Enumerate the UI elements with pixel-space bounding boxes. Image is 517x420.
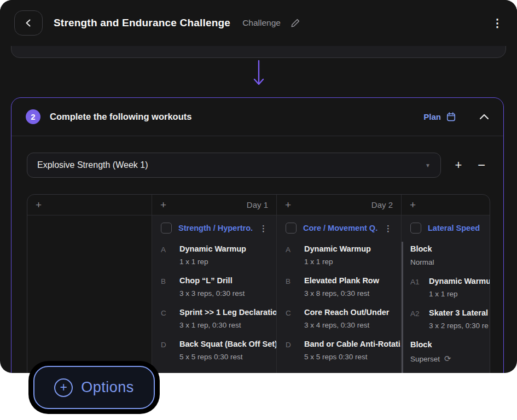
day-label: Day 2 bbox=[371, 200, 393, 209]
page-title: Strength and Endurance Challenge bbox=[54, 17, 230, 29]
step-card: 2 Complete the following workouts Plan bbox=[11, 97, 504, 373]
board-header: + + Day 1 + Day 2 + bbox=[27, 195, 490, 215]
add-workout-icon[interactable]: + bbox=[410, 200, 416, 210]
workout-title[interactable]: Core / Movement Q... bbox=[303, 224, 377, 232]
header-menu-button[interactable]: ⋮ bbox=[492, 18, 503, 28]
board-body: Strength / Hypertro... ⋮ A Dynamic Warmu… bbox=[27, 215, 490, 373]
program-select-value: Explosive Strength (Week 1) bbox=[37, 160, 148, 170]
board-column-day2: Core / Movement Q... ⋮ A Dynamic Warmup … bbox=[277, 215, 402, 373]
exercise-row[interactable]: D Band or Cable Anti-Rotati... 5 x 5 rep… bbox=[286, 340, 392, 361]
exercise-detail: 5 x 5 reps 0:30 rest bbox=[179, 353, 276, 361]
exercise-detail: 1 x 1 rep bbox=[179, 258, 246, 266]
flow-arrow-down-icon bbox=[252, 60, 266, 91]
exercise-detail: 3 x 4 reps, 0:30 rest bbox=[304, 321, 390, 329]
block-type[interactable]: Superset ⟳ bbox=[410, 354, 481, 364]
board-column-empty bbox=[27, 215, 152, 373]
exercise-name: Dynamic Warmup bbox=[429, 277, 490, 285]
block-type[interactable]: Normal bbox=[410, 258, 481, 266]
back-button[interactable] bbox=[14, 10, 43, 36]
back-chevron-icon bbox=[25, 19, 32, 27]
options-button-label: Options bbox=[81, 379, 134, 396]
exercise-detail: 1 x 1 rep bbox=[304, 258, 371, 266]
board-column-day1: Strength / Hypertro... ⋮ A Dynamic Warmu… bbox=[152, 215, 277, 373]
exercise-row[interactable]: A1 Dynamic Warmup 1 x 1 rep bbox=[410, 277, 481, 298]
options-button[interactable]: + Options bbox=[33, 366, 155, 409]
plan-button-label: Plan bbox=[423, 112, 441, 121]
block-label: Block bbox=[410, 244, 481, 253]
step-number-badge: 2 bbox=[26, 109, 40, 124]
workout-card[interactable]: Strength / Hypertro... ⋮ A Dynamic Warmu… bbox=[152, 215, 276, 373]
exercise-row[interactable]: D Back Squat (Back Off Set) 5 x 5 reps 0… bbox=[161, 340, 268, 361]
exercise-name: Elevated Plank Row bbox=[304, 276, 379, 285]
exercise-detail: 3 x 8 reps, 0:30 rest bbox=[304, 289, 379, 298]
plus-circle-icon: + bbox=[54, 378, 73, 397]
options-button-highlight-ring: + Options bbox=[28, 361, 160, 414]
plan-button[interactable]: Plan bbox=[423, 112, 456, 122]
block-label: Block bbox=[410, 340, 481, 349]
calendar-icon bbox=[446, 112, 456, 122]
exercise-row[interactable]: A Dynamic Warmup 1 x 1 rep bbox=[286, 244, 392, 266]
board-header-cell-1: + bbox=[27, 195, 152, 215]
app-window: Strength and Endurance Challenge Challen… bbox=[0, 0, 517, 373]
exercise-detail: 1 x 1 rep bbox=[429, 290, 490, 298]
add-week-button[interactable]: + bbox=[450, 159, 467, 171]
exercise-name: Back Squat (Back Off Set) bbox=[179, 340, 276, 348]
exercise-row[interactable]: B Elevated Plank Row 3 x 8 reps, 0:30 re… bbox=[286, 276, 392, 298]
add-workout-icon[interactable]: + bbox=[285, 200, 291, 210]
exercise-row[interactable]: B Chop “L” Drill 3 x 3 reps, 0:30 rest bbox=[161, 276, 268, 298]
exercise-name: Dynamic Warmup bbox=[304, 244, 371, 253]
add-workout-icon[interactable]: + bbox=[160, 200, 166, 210]
step-title: Complete the following workouts bbox=[50, 112, 191, 122]
exercise-detail: 3 x 1 rep, 0:30 rest bbox=[179, 321, 276, 329]
exercise-row[interactable]: C Sprint >> 1 Leg Declarations 3 x 1 rep… bbox=[161, 308, 268, 329]
challenge-type-label: Challenge bbox=[242, 18, 281, 28]
day-label: Day 1 bbox=[247, 200, 268, 209]
workout-checkbox[interactable] bbox=[161, 223, 172, 234]
superset-cycle-icon: ⟳ bbox=[444, 354, 451, 364]
pencil-icon bbox=[291, 18, 300, 28]
exercise-name: Chop “L” Drill bbox=[179, 276, 245, 285]
remove-week-button[interactable]: − bbox=[473, 159, 490, 172]
workout-card[interactable]: Lateral Speed / Ply Block Normal A1 Dyna… bbox=[402, 215, 490, 373]
chevron-up-icon bbox=[479, 114, 489, 120]
workout-checkbox[interactable] bbox=[410, 223, 421, 234]
collapse-section-button[interactable] bbox=[479, 114, 489, 120]
exercise-row[interactable]: A2 Skater 3 Lateral Ho 3 x 2 reps, 0:30 … bbox=[410, 308, 481, 330]
exercise-row[interactable]: A Dynamic Warmup 1 x 1 rep bbox=[161, 244, 268, 266]
exercise-detail: 3 x 2 reps, 0:30 re bbox=[429, 322, 490, 330]
program-select[interactable]: Explosive Strength (Week 1) ▼ bbox=[27, 153, 441, 178]
workout-checkbox[interactable] bbox=[286, 223, 297, 234]
edit-title-button[interactable] bbox=[291, 18, 300, 28]
program-select-row: Explosive Strength (Week 1) ▼ + − bbox=[11, 136, 503, 178]
step-header: 2 Complete the following workouts Plan bbox=[11, 98, 503, 136]
workout-card[interactable]: Core / Movement Q... ⋮ A Dynamic Warmup … bbox=[277, 215, 401, 373]
exercise-name: Dynamic Warmup bbox=[179, 244, 246, 253]
workout-menu-icon[interactable]: ⋮ bbox=[384, 224, 392, 232]
exercise-row[interactable]: C Core Reach Out/Under 3 x 4 reps, 0:30 … bbox=[286, 308, 392, 329]
board-header-cell-2: + Day 1 bbox=[152, 195, 277, 215]
board-header-cell-4: + bbox=[402, 195, 490, 215]
exercise-name: Skater 3 Lateral Ho bbox=[429, 308, 490, 317]
board-column-day3: Lateral Speed / Ply Block Normal A1 Dyna… bbox=[402, 215, 490, 373]
add-workout-icon[interactable]: + bbox=[36, 200, 42, 210]
exercise-detail: 3 x 3 reps, 0:30 rest bbox=[179, 289, 245, 298]
caret-down-icon: ▼ bbox=[425, 162, 431, 168]
workout-board: + + Day 1 + Day 2 + bbox=[27, 194, 490, 373]
workout-title[interactable]: Strength / Hypertro... bbox=[178, 224, 253, 232]
exercise-detail: 5 x 5 reps 0:30 rest bbox=[304, 353, 401, 361]
workout-title[interactable]: Lateral Speed / Ply bbox=[428, 224, 481, 232]
exercise-name: Sprint >> 1 Leg Declarations bbox=[179, 308, 276, 317]
board-header-cell-3: + Day 2 bbox=[277, 195, 402, 215]
workout-menu-icon[interactable]: ⋮ bbox=[259, 224, 268, 232]
app-header: Strength and Endurance Challenge Challen… bbox=[0, 0, 517, 46]
exercise-name: Core Reach Out/Under bbox=[304, 308, 390, 317]
exercise-name: Band or Cable Anti-Rotati... bbox=[304, 340, 401, 348]
column-drag-indicator bbox=[402, 242, 403, 373]
